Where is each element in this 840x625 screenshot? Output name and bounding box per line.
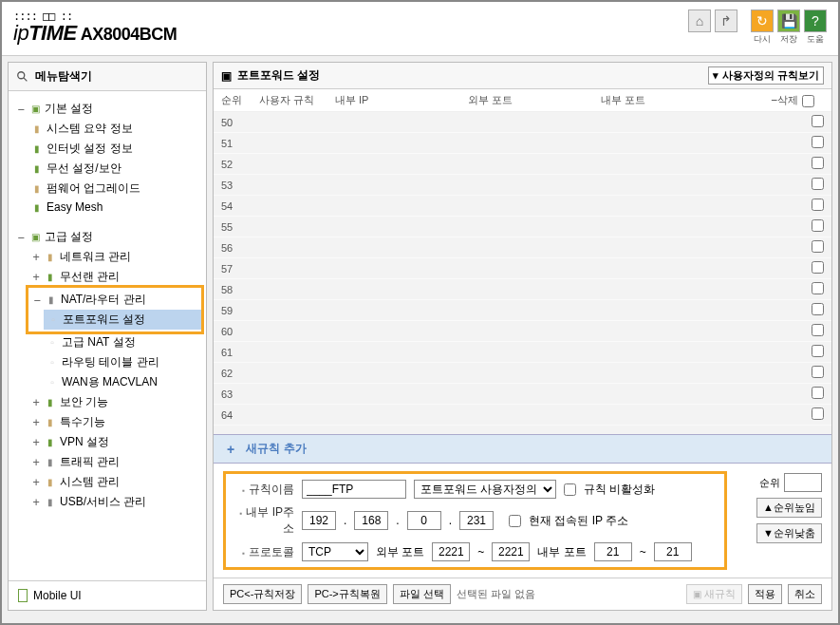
tree-item[interactable]: +▮보안 기능 <box>28 392 202 412</box>
row-checkbox[interactable] <box>812 407 824 420</box>
tree-item[interactable]: ▮인터넷 설정 정보 <box>28 139 202 159</box>
disable-checkbox[interactable] <box>564 483 576 496</box>
table-row[interactable]: 53 <box>214 175 831 196</box>
table-row[interactable]: 50 <box>214 112 831 133</box>
file-status: 선택된 파일 없음 <box>457 587 535 601</box>
table-row[interactable]: 64 <box>214 405 831 426</box>
tree-item[interactable]: ▫고급 NAT 설정 <box>43 332 202 352</box>
header-icons: ⌂ ↱ ↻다시 💾저장 ?도움 <box>688 9 827 46</box>
add-rule-bar[interactable]: + 새규칙 추가 <box>214 434 831 464</box>
view-select[interactable]: ▾ 사용자정의 규칙보기 <box>708 66 824 85</box>
tree-item[interactable]: +▮시스템 관리 <box>28 472 202 492</box>
tree-item[interactable]: +▮특수기능 <box>28 412 202 432</box>
form-left: 규칙이름 포트포워드 사용자정의 규칙 비활성화 내부 IP주소 . . . 현… <box>223 471 727 570</box>
bottom-bar: PC<-규칙저장 PC->규칙복원 파일 선택 선택된 파일 없음 ▣ 새규칙 … <box>214 578 831 610</box>
row-checkbox[interactable] <box>812 240 824 253</box>
save-icon[interactable]: 💾 <box>777 9 800 32</box>
row-checkbox[interactable] <box>812 199 824 211</box>
refresh-icon[interactable]: ↻ <box>751 9 774 32</box>
ip-field-3[interactable] <box>407 511 441 530</box>
mobile-ui-link[interactable]: Mobile UI <box>9 580 206 610</box>
ip-field-4[interactable] <box>459 511 494 530</box>
home-icon[interactable]: ⌂ <box>688 9 711 32</box>
tree-item[interactable]: ▫WAN용 MACVLAN <box>43 372 202 392</box>
table-row[interactable]: 59 <box>214 300 831 321</box>
row-checkbox[interactable] <box>812 282 824 294</box>
tree-item[interactable]: +▮VPN 설정 <box>28 432 202 452</box>
table-row[interactable]: 58 <box>214 279 831 300</box>
row-checkbox[interactable] <box>812 303 824 315</box>
tree-basic[interactable]: −▣기본 설정 <box>12 99 202 119</box>
row-checkbox[interactable] <box>812 387 824 399</box>
apply-button[interactable]: 적용 <box>748 584 782 604</box>
row-checkbox[interactable] <box>812 157 824 169</box>
new-rule-button[interactable]: ▣ 새규칙 <box>686 584 742 604</box>
file-select-button[interactable]: 파일 선택 <box>393 584 451 604</box>
tree-item[interactable]: +▮트래픽 관리 <box>28 452 202 472</box>
tree-nat[interactable]: −▮NAT/라우터 관리 <box>28 290 201 310</box>
tree-item[interactable]: +▮네트워크 관리 <box>28 247 202 267</box>
row-checkbox[interactable] <box>812 178 824 190</box>
app-header: :::: □□ :: ipTIMEAX8004BCM ⌂ ↱ ↻다시 💾저장 ?… <box>2 2 838 56</box>
rule-type-select[interactable]: 포트포워드 사용자정의 <box>414 480 556 499</box>
table-row[interactable]: 54 <box>214 196 831 217</box>
tree-advanced[interactable]: −▣고급 설정 <box>12 227 202 247</box>
table-row[interactable]: 63 <box>214 384 831 405</box>
help-icon[interactable]: ? <box>804 9 827 32</box>
tree-portforward[interactable]: ▫포트포워드 설정 <box>44 310 201 330</box>
tree-item[interactable]: ▮시스템 요약 정보 <box>28 119 202 139</box>
row-checkbox[interactable] <box>812 136 824 148</box>
load-from-pc-button[interactable]: PC->규칙복원 <box>308 584 386 604</box>
row-checkbox[interactable] <box>812 219 824 232</box>
current-ip-checkbox[interactable] <box>509 515 521 527</box>
rank-input[interactable] <box>784 473 822 492</box>
cancel-button[interactable]: 취소 <box>788 584 822 604</box>
tree-item[interactable]: +▮무선랜 관리 <box>28 267 202 287</box>
row-checkbox[interactable] <box>812 115 824 127</box>
mobile-icon <box>18 589 28 602</box>
form-area: 규칙이름 포트포워드 사용자정의 규칙 비활성화 내부 IP주소 . . . 현… <box>214 464 831 578</box>
ip-field-1[interactable] <box>302 511 336 530</box>
tree-item[interactable]: ▮Easy Mesh <box>28 199 202 216</box>
int-port-to[interactable] <box>654 542 692 561</box>
exit-icon[interactable]: ↱ <box>715 9 737 32</box>
row-checkbox[interactable] <box>812 261 824 274</box>
tree-item[interactable]: ▮펌웨어 업그레이드 <box>28 179 202 199</box>
logo-text: ipTIMEAX8004BCM <box>13 21 177 46</box>
logo-area: :::: □□ :: ipTIMEAX8004BCM <box>13 11 177 46</box>
row-checkbox[interactable] <box>812 345 824 357</box>
sidebar-header: 메뉴탐색기 <box>9 63 206 91</box>
content-header: ▣ 포트포워드 설정 ▾ 사용자정의 규칙보기 <box>214 63 831 89</box>
tree-item[interactable]: ▫라우팅 테이블 관리 <box>43 352 202 372</box>
sidebar: 메뉴탐색기 −▣기본 설정 ▮시스템 요약 정보 ▮인터넷 설정 정보 ▮무선 … <box>8 62 207 611</box>
rank-up-button[interactable]: ▲순위높임 <box>756 498 822 518</box>
protocol-select[interactable]: TCP <box>302 542 368 561</box>
rank-down-button[interactable]: ▼순위낮춤 <box>756 523 822 543</box>
table-row[interactable]: 55 <box>214 217 831 237</box>
table-row[interactable]: 51 <box>214 133 831 154</box>
table-row[interactable]: 62 <box>214 363 831 384</box>
ext-port-to[interactable] <box>492 542 530 561</box>
table-row[interactable]: 57 <box>214 258 831 279</box>
table-row[interactable]: 61 <box>214 342 831 363</box>
table-row[interactable]: 60 <box>214 321 831 342</box>
int-port-from[interactable] <box>594 542 632 561</box>
delete-all-checkbox[interactable] <box>802 95 814 107</box>
chevron-down-icon: ▾ <box>713 69 719 82</box>
plus-icon: + <box>227 442 234 457</box>
menu-tree: −▣기본 설정 ▮시스템 요약 정보 ▮인터넷 설정 정보 ▮무선 설정/보안 … <box>9 91 206 580</box>
save-to-pc-button[interactable]: PC<-규칙저장 <box>223 584 302 604</box>
table-body: 505152535455565758596061626364 <box>214 112 831 434</box>
rule-name-input[interactable] <box>302 480 406 499</box>
svg-point-0 <box>18 71 25 78</box>
row-checkbox[interactable] <box>812 324 824 336</box>
tree-item[interactable]: ▮무선 설정/보안 <box>28 159 202 179</box>
logo-dots: :::: □□ :: <box>13 11 177 21</box>
tree-item[interactable]: +▮USB/서비스 관리 <box>28 492 202 512</box>
ext-port-from[interactable] <box>432 542 470 561</box>
table-row[interactable]: 56 <box>214 237 831 258</box>
ip-field-2[interactable] <box>354 511 388 530</box>
svg-line-1 <box>24 77 28 81</box>
row-checkbox[interactable] <box>812 366 824 378</box>
table-row[interactable]: 52 <box>214 154 831 175</box>
